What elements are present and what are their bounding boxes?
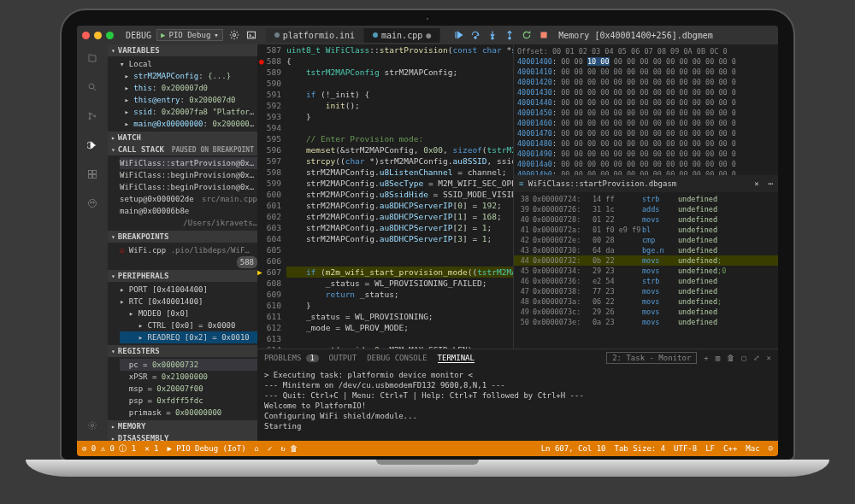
debug-step-out-icon[interactable]	[504, 29, 516, 41]
disasm-section-header[interactable]: ▸DISASSEMBLY	[108, 432, 257, 441]
variable-row[interactable]: ▸ this@entry: 0x200007d0	[120, 94, 257, 106]
maximize-panel-icon[interactable]: ▢	[741, 354, 746, 362]
breakpoints-header[interactable]: ▾BREAKPOINTS	[108, 231, 257, 243]
register-row[interactable]: pc = 0x00000732	[120, 359, 257, 371]
register-row[interactable]: msp = 0x20007f00	[120, 383, 257, 395]
debug-icon[interactable]	[84, 137, 101, 154]
status-item[interactable]: C++	[723, 444, 737, 453]
stackframe-row[interactable]: setup@0x000002de src/main.cpp	[120, 193, 257, 205]
status-item[interactable]: ▶ PIO Debug (IoT)	[167, 444, 245, 453]
status-bar: ⊘ 0 ⚠ 0 ⓘ 1✕ 1▶ PIO Debug (IoT)⌂✓↻ 🗑 Ln …	[77, 441, 778, 456]
split-terminal-icon[interactable]: ▥	[716, 354, 720, 362]
platformio-icon[interactable]	[84, 195, 101, 212]
status-item[interactable]: Tab Size: 4	[615, 444, 666, 453]
status-item[interactable]: ↻ 🗑	[280, 444, 298, 453]
svg-point-9	[94, 115, 96, 117]
close-dot[interactable]	[82, 32, 90, 39]
svg-rect-13	[89, 175, 92, 179]
status-item[interactable]: ✕ 1	[144, 444, 158, 453]
memory-view[interactable]: Offset: 00 01 02 03 04 05 06 07 08 09 0A…	[514, 44, 778, 175]
variable-row[interactable]: ▸ ssid: 0x20007fa8 "PlatformIO-31…"	[120, 106, 257, 118]
breakpoint-row[interactable]: ☑ WiFi.cpp .pio/libdeps/WiF… 588	[120, 244, 257, 268]
registers-header[interactable]: ▾REGISTERS	[108, 345, 257, 357]
svg-point-18	[91, 425, 94, 427]
svg-point-2	[475, 37, 476, 38]
tab-output[interactable]: OUTPUT	[329, 354, 357, 362]
search-icon[interactable]	[84, 79, 101, 96]
svg-point-15	[89, 200, 97, 208]
tab-terminal[interactable]: TERMINAL	[438, 354, 475, 363]
status-item[interactable]: ☺	[769, 444, 773, 453]
gear-icon[interactable]	[228, 29, 240, 41]
debug-restart-icon[interactable]	[521, 29, 533, 41]
status-item[interactable]: LF	[705, 444, 715, 453]
peripheral-row[interactable]: ▸ RTC [0x40001400]	[120, 296, 257, 308]
debug-step-into-icon[interactable]	[486, 29, 498, 41]
debug-continue-icon[interactable]	[452, 29, 464, 41]
title-bar: DEBUG ▶ PIO Debug ▾ platformio.inimain.c…	[77, 26, 778, 44]
peripheral-row[interactable]: ▸ MODE0 [0x0]	[120, 308, 257, 319]
peripheral-row[interactable]: ▸ PORT [0x41004400]	[120, 284, 257, 296]
status-item[interactable]: UTF-8	[674, 444, 697, 453]
status-item[interactable]: ⊘ 0 ⚠ 0 ⓘ 1	[82, 443, 136, 454]
code-editor[interactable]: 5875885895905915925935945955965975985996…	[257, 44, 513, 349]
status-item[interactable]: Mac	[746, 444, 759, 453]
debug-step-over-icon[interactable]	[469, 29, 481, 41]
output-icon[interactable]	[245, 29, 257, 41]
settings-icon[interactable]	[84, 417, 101, 434]
explorer-icon[interactable]	[84, 50, 101, 67]
stackframe-row[interactable]: WiFiClass::beginProvision@0x00000…	[120, 169, 257, 181]
scm-icon[interactable]	[84, 108, 101, 125]
status-item[interactable]: ⌂	[255, 444, 259, 453]
peripheral-row[interactable]: ▸ READREQ [0x2] = 0x0010	[120, 331, 257, 343]
peripherals-header[interactable]: ▾PERIPHERALS	[108, 270, 257, 282]
editor-tab[interactable]: main.cpp ●	[364, 28, 440, 43]
svg-point-0	[233, 34, 235, 37]
stackframe-row[interactable]: WiFiClass::startProvision@0x00000…	[120, 157, 257, 169]
extensions-icon[interactable]	[84, 166, 101, 183]
callstack-header[interactable]: ▾CALL STACKPAUSED ON BREAKPOINT	[108, 144, 257, 155]
peripheral-row[interactable]: ▸ CTRL [0x0] = 0x0000	[120, 319, 257, 331]
debug-config-select[interactable]: ▶ PIO Debug ▾	[156, 29, 223, 41]
laptop-base	[26, 460, 829, 477]
terminal-task-select[interactable]: 2: Task - Monitor	[606, 352, 697, 364]
variables-header[interactable]: ▾VARIABLES	[108, 44, 257, 56]
min-dot[interactable]	[94, 32, 102, 39]
max-dot[interactable]	[106, 32, 114, 39]
editor-tab[interactable]: platformio.ini	[266, 28, 364, 43]
variable-row[interactable]: ▸ strM2MAPConfig: {...}	[120, 70, 257, 82]
watch-header[interactable]: ▸WATCH	[108, 132, 257, 144]
new-terminal-icon[interactable]: +	[704, 354, 708, 362]
svg-rect-12	[93, 171, 97, 174]
svg-point-4	[509, 38, 510, 39]
debug-stop-icon[interactable]	[538, 29, 550, 41]
register-row[interactable]: psp = 0xfdff5fdc	[120, 395, 257, 407]
maximize-icon[interactable]: ⤢	[753, 354, 760, 362]
svg-point-7	[89, 113, 91, 114]
svg-rect-5	[541, 32, 546, 38]
svg-rect-1	[247, 32, 255, 38]
status-item[interactable]: ✓	[268, 444, 272, 453]
svg-point-8	[89, 118, 91, 120]
trash-icon[interactable]: 🗑	[727, 354, 734, 362]
asm-tab[interactable]: ≡ WiFiClass::startProvision.dbgasm× ⋯	[514, 175, 778, 192]
variable-row[interactable]: ▸ this: 0x200007d0	[120, 82, 257, 94]
tab-debug-console[interactable]: DEBUG CONSOLE	[367, 354, 427, 362]
scope-local[interactable]: ▾ Local	[120, 58, 257, 70]
register-row[interactable]: primask = 0x00000000	[120, 407, 257, 419]
tab-problems[interactable]: PROBLEMS 1	[264, 354, 319, 362]
memory-tab-label[interactable]: Memory [0x40001400+256].dbgmem	[558, 31, 713, 40]
asm-view[interactable]: 380x00000724: 14 ffstrbundefined 390x000…	[514, 192, 778, 349]
stackframe-row[interactable]: main@0x00006b8e /Users/ikravets…	[120, 205, 257, 229]
memory-section-header[interactable]: ▸MEMORY	[108, 420, 257, 432]
close-panel-icon[interactable]: ×	[767, 354, 771, 362]
terminal-body[interactable]: > Executing task: platformio device moni…	[257, 366, 778, 441]
window-controls[interactable]	[82, 32, 114, 39]
debug-label: DEBUG	[126, 31, 151, 40]
status-item[interactable]: Ln 607, Col 10	[541, 444, 606, 453]
svg-point-17	[93, 202, 95, 203]
variable-row[interactable]: ▸ main@0x00000000: 0x2000008b4 "From…"	[120, 118, 257, 130]
svg-rect-11	[89, 171, 92, 174]
stackframe-row[interactable]: WiFiClass::beginProvision@0x00000…	[120, 181, 257, 193]
register-row[interactable]: xPSR = 0x21000000	[120, 371, 257, 383]
